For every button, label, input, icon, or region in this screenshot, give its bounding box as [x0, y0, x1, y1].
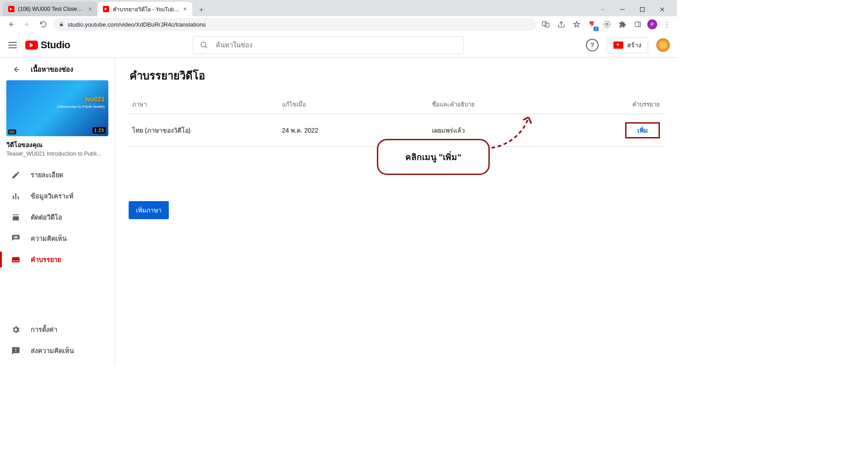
extension-icon[interactable]: 2	[586, 18, 598, 30]
content-label: เนื้อหาของช่อง	[31, 64, 73, 75]
svg-rect-11	[635, 22, 641, 27]
reload-icon[interactable]	[37, 18, 50, 31]
eye-icon[interactable]	[601, 18, 613, 30]
annotation-callout: คลิกเมนู "เพิ่ม"	[377, 139, 490, 175]
sidebar-item-analytics[interactable]: ข้อมูลวิเคราะห์	[0, 185, 115, 207]
feedback-icon	[11, 346, 21, 356]
comment-icon	[11, 234, 21, 244]
browser-tab-0[interactable]: (106) WU000 Test Closed caption ×	[3, 2, 97, 16]
svg-rect-20	[13, 260, 15, 261]
svg-rect-17	[15, 193, 17, 199]
svg-point-13	[201, 42, 206, 47]
url-input[interactable]: studio.youtube.com/video/XdDBuRrJR4c/tra…	[53, 18, 536, 31]
browser-tabstrip: (106) WU000 Test Closed caption × คำบรรย…	[0, 0, 677, 16]
chart-icon	[11, 191, 21, 201]
window-close-icon[interactable]	[653, 3, 672, 16]
translate-icon[interactable]	[540, 18, 552, 30]
star-icon[interactable]	[571, 18, 582, 30]
back-arrow-icon[interactable]	[11, 64, 21, 74]
sidebar: เนื้อหาของช่อง wu021 (Introduction to Pu…	[0, 58, 115, 366]
close-icon[interactable]: ×	[88, 6, 92, 12]
col-modified: แก้ไขเมื่อ	[279, 95, 428, 114]
svg-point-9	[604, 21, 610, 28]
tab-search-icon[interactable]	[593, 3, 612, 16]
svg-point-10	[606, 23, 608, 26]
your-video-heading: วิดีโอของคุณ	[6, 140, 108, 150]
svg-rect-21	[16, 260, 19, 261]
channel-avatar[interactable]	[656, 38, 670, 52]
window-minimize-icon[interactable]	[613, 3, 632, 16]
svg-rect-16	[13, 195, 14, 199]
back-icon[interactable]	[5, 18, 17, 31]
duration-badge: 1:23	[93, 127, 106, 133]
camera-plus-icon	[613, 41, 623, 49]
youtube-icon	[8, 6, 14, 12]
main-content: คำบรรยายวิดีโอ ภาษา แก้ไขเมื่อ ชื่อและคำ…	[115, 58, 677, 366]
page-title: คำบรรยายวิดีโอ	[130, 67, 664, 84]
subtitles-icon	[11, 255, 21, 265]
puzzle-icon[interactable]	[617, 18, 628, 30]
window-maximize-icon[interactable]	[633, 3, 652, 16]
sidebar-item-comments[interactable]: ความคิดเห็น	[0, 228, 115, 249]
svg-rect-8	[545, 23, 549, 27]
svg-rect-6	[60, 24, 63, 26]
help-icon[interactable]: ?	[586, 39, 599, 51]
svg-rect-19	[12, 257, 20, 262]
search-input[interactable]	[193, 36, 464, 54]
address-bar: studio.youtube.com/video/XdDBuRrJR4c/tra…	[0, 16, 677, 32]
sidebar-item-details[interactable]: รายละเอียด	[0, 164, 115, 185]
forward-icon[interactable]	[21, 18, 33, 31]
studio-logo[interactable]: Studio	[25, 39, 70, 51]
col-subtitles: คำบรรยาย	[578, 95, 664, 114]
svg-rect-1	[641, 8, 645, 12]
tab-title: คำบรรยายวิดีโอ - YouTube Studio	[113, 5, 180, 14]
share-icon[interactable]	[555, 18, 567, 30]
cell-language: ไทย (ภาษาของวิดีโอ)	[129, 114, 279, 147]
add-language-button[interactable]: เพิ่มภาษา	[129, 201, 169, 219]
svg-rect-18	[18, 196, 19, 199]
sidepanel-icon[interactable]	[632, 18, 644, 30]
svg-line-14	[205, 46, 207, 48]
new-tab-button[interactable]: +	[195, 4, 208, 16]
profile-avatar[interactable]: P	[647, 19, 657, 29]
browser-tab-1[interactable]: คำบรรยายวิดีโอ - YouTube Studio ×	[97, 2, 192, 16]
close-icon[interactable]: ×	[183, 6, 187, 12]
film-icon	[11, 212, 21, 222]
sidebar-item-feedback[interactable]: ส่งความคิดเห็น	[0, 340, 115, 361]
kebab-menu-icon[interactable]: ⋮	[661, 18, 673, 30]
sidebar-item-subtitles[interactable]: คำบรรยาย	[0, 249, 115, 270]
youtube-play-icon	[25, 41, 38, 50]
video-title: Teaser_WU021 Introduction to Publi...	[6, 151, 108, 157]
create-button[interactable]: สร้าง	[607, 37, 648, 53]
tab-title: (106) WU000 Test Closed caption	[18, 6, 85, 12]
col-title-desc: ชื่อและคำอธิบาย	[428, 95, 578, 114]
video-thumbnail[interactable]: wu021 (Introduction to Public Health) CC…	[6, 80, 108, 136]
url-text: studio.youtube.com/video/XdDBuRrJR4c/tra…	[68, 21, 206, 28]
svg-rect-7	[543, 22, 547, 26]
app-header: Studio ? สร้าง	[0, 32, 677, 58]
gear-icon	[11, 325, 21, 335]
hamburger-icon[interactable]	[7, 40, 18, 51]
youtube-icon	[103, 6, 109, 12]
sidebar-item-settings[interactable]: การตั้งค่า	[0, 319, 115, 340]
search-icon	[200, 41, 209, 50]
add-subtitle-link[interactable]: เพิ่ม	[627, 124, 659, 137]
sidebar-item-editor[interactable]: ตัดต่อวิดีโอ	[0, 207, 115, 228]
lock-icon	[59, 22, 64, 27]
col-language: ภาษา	[129, 95, 279, 114]
pencil-icon	[11, 170, 21, 180]
